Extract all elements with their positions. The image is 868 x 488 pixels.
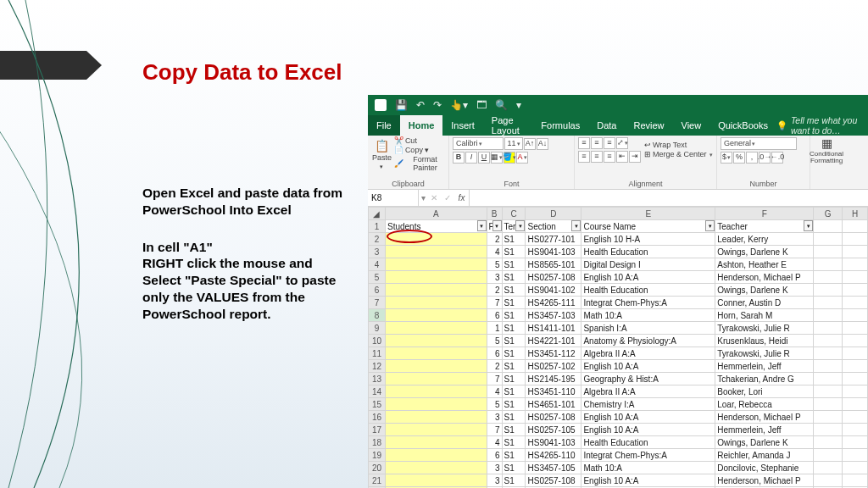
paste-button[interactable]: 📋 Paste▾ (371, 140, 392, 169)
cell[interactable]: 6 (487, 309, 502, 322)
col-header-F[interactable]: F (715, 208, 814, 220)
cell[interactable]: 4 (487, 436, 502, 449)
cell[interactable]: S1 (502, 424, 526, 436)
cell[interactable]: S1 (502, 360, 526, 373)
cell[interactable] (385, 462, 487, 474)
cell[interactable] (385, 449, 487, 462)
cell[interactable]: 2 (487, 233, 502, 246)
cell[interactable] (843, 335, 868, 347)
cell[interactable]: Chemistry I:A (581, 398, 715, 411)
cell[interactable] (385, 385, 487, 398)
cell[interactable] (385, 424, 487, 436)
cell[interactable] (843, 258, 868, 271)
cell[interactable]: HS0257-102 (526, 360, 581, 373)
cell[interactable]: HS1411-101 (526, 322, 581, 335)
cell[interactable]: 3 (487, 474, 502, 487)
row-header[interactable]: 18 (369, 436, 386, 449)
col-header-C[interactable]: C (502, 208, 526, 220)
cell[interactable]: English 10 A:A (581, 424, 715, 436)
italic-button[interactable]: I (465, 152, 477, 164)
name-box[interactable]: K8 (368, 190, 419, 206)
select-all-corner[interactable]: ◢ (369, 208, 386, 220)
cell[interactable] (814, 411, 843, 424)
increase-indent-button[interactable]: ⇥ (629, 151, 641, 163)
cell[interactable]: S1 (502, 411, 526, 424)
cell[interactable]: 2 (487, 360, 502, 373)
cell[interactable]: Health Education (581, 436, 715, 449)
cell[interactable] (814, 297, 843, 309)
row-header[interactable]: 21 (369, 474, 386, 487)
col-header-E[interactable]: E (581, 208, 715, 220)
cell[interactable] (385, 398, 487, 411)
cell[interactable] (843, 373, 868, 385)
table-row[interactable]: 196S1HS4265-110Integrat Chem-Phys:AReich… (369, 449, 868, 462)
percent-format-button[interactable]: % (733, 152, 745, 164)
tab-review[interactable]: Review (625, 115, 672, 136)
align-right-button[interactable]: ≡ (604, 151, 615, 163)
copy-button[interactable]: 📄Copy ▾ (394, 147, 429, 155)
filter-icon[interactable]: ▼ (515, 220, 525, 231)
cell[interactable]: 7 (487, 297, 502, 309)
cell[interactable]: Owings, Darlene K (715, 284, 814, 297)
cell[interactable]: English 10 A:A (581, 271, 715, 284)
table-row[interactable]: 105S1HS4221-101Anatomy & Physiology:AKru… (369, 335, 868, 347)
cell[interactable]: Health Education (581, 284, 715, 297)
cell[interactable] (814, 284, 843, 297)
cell[interactable]: 5 (487, 258, 502, 271)
cell[interactable]: S1 (502, 385, 526, 398)
cell[interactable]: P▼ (487, 220, 502, 233)
cell[interactable]: Owings, Darlene K (715, 246, 814, 258)
cell[interactable] (385, 284, 487, 297)
cell[interactable] (814, 271, 843, 284)
cell[interactable]: S1 (502, 246, 526, 258)
row-header[interactable]: 12 (369, 360, 386, 373)
col-header-A[interactable]: A (385, 208, 487, 220)
tab-quickbooks[interactable]: QuickBooks (709, 115, 776, 136)
table-row[interactable]: 163S1HS0257-108English 10 A:AHenderson, … (369, 411, 868, 424)
cell[interactable]: S1 (502, 373, 526, 385)
cell[interactable]: Henderson, Michael P (715, 271, 814, 284)
cell[interactable] (843, 297, 868, 309)
cell[interactable]: Integrat Chem-Phys:A (581, 449, 715, 462)
format-painter-button[interactable]: 🖌️Format Painter (394, 156, 445, 173)
table-row[interactable]: 122S1HS0257-102English 10 A:AHemmerlein,… (369, 360, 868, 373)
cell[interactable] (814, 347, 843, 360)
cell[interactable] (843, 385, 868, 398)
cell[interactable]: HS8565-101 (526, 258, 581, 271)
cell[interactable]: 5 (487, 398, 502, 411)
align-left-button[interactable]: ≡ (578, 151, 590, 163)
cell[interactable] (814, 220, 843, 233)
cell[interactable]: Conner, Austin D (715, 297, 814, 309)
qat-customize-icon[interactable]: ▾ (516, 99, 521, 111)
cell[interactable]: 5 (487, 335, 502, 347)
cell[interactable]: HS0257-105 (526, 424, 581, 436)
table-row[interactable]: 91S1HS1411-101Spanish I:ATyrakowski, Jul… (369, 322, 868, 335)
conditional-formatting-button[interactable]: ▦ Conditional Formatting (814, 137, 839, 164)
cell[interactable]: HS9041-103 (526, 436, 581, 449)
cell[interactable]: 1 (487, 322, 502, 335)
filter-icon[interactable]: ▼ (705, 220, 715, 231)
cell[interactable]: Integrat Chem-Phys:A (581, 297, 715, 309)
cell[interactable] (385, 474, 487, 487)
cell[interactable]: HS4651-101 (526, 398, 581, 411)
tab-formulas[interactable]: Formulas (532, 115, 588, 136)
row-header[interactable]: 19 (369, 449, 386, 462)
table-row[interactable]: 22S1HS0277-101English 10 H-ALeader, Kerr… (369, 233, 868, 246)
cell[interactable]: 2 (487, 284, 502, 297)
cell[interactable]: Tchakerian, Andre G (715, 373, 814, 385)
cell[interactable]: Course Name▼ (581, 220, 715, 233)
cell[interactable] (843, 474, 868, 487)
cell[interactable]: 3 (487, 462, 502, 474)
merge-center-button[interactable]: ⊞Merge & Center (644, 151, 713, 159)
cell[interactable] (385, 360, 487, 373)
row-header[interactable]: 10 (369, 335, 386, 347)
cell[interactable]: HS0277-101 (526, 233, 581, 246)
cell[interactable]: Teacher▼ (715, 220, 814, 233)
col-header-B[interactable]: B (487, 208, 502, 220)
cell[interactable]: 4 (487, 246, 502, 258)
cell[interactable]: HS4221-101 (526, 335, 581, 347)
cell[interactable]: Anatomy & Physiology:A (581, 335, 715, 347)
cell[interactable]: Horn, Sarah M (715, 309, 814, 322)
cell[interactable]: HS4265-111 (526, 297, 581, 309)
cell[interactable]: English 10 A:A (581, 411, 715, 424)
